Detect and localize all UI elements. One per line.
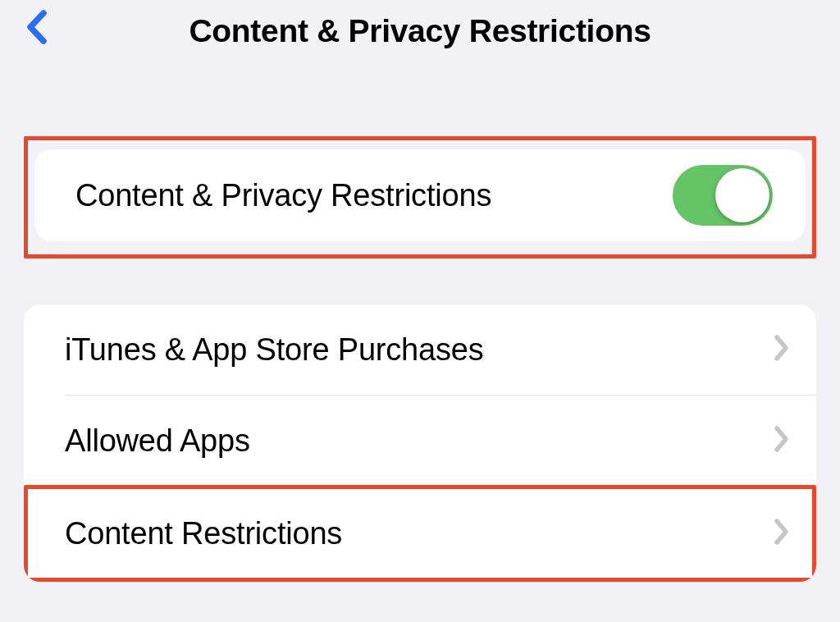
menu-item-label: Allowed Apps <box>65 423 250 459</box>
toggle-label: Content & Privacy Restrictions <box>75 178 491 213</box>
page-title: Content & Privacy Restrictions <box>0 8 840 49</box>
menu-item-label: iTunes & App Store Purchases <box>65 332 484 368</box>
back-button[interactable] <box>20 5 52 49</box>
highlight-annotation-toggle: Content & Privacy Restrictions <box>24 136 816 258</box>
chevron-right-icon <box>774 334 790 365</box>
menu-item-content-restrictions[interactable]: Content Restrictions <box>28 489 812 578</box>
chevron-right-icon <box>774 518 790 549</box>
toggle-card: Content & Privacy Restrictions <box>34 149 806 241</box>
navigation-header: Content & Privacy Restrictions <box>0 0 840 57</box>
content-privacy-toggle-row[interactable]: Content & Privacy Restrictions <box>34 149 806 241</box>
menu-item-label: Content Restrictions <box>65 516 342 551</box>
content-privacy-toggle[interactable] <box>673 165 773 226</box>
chevron-left-icon <box>25 10 48 44</box>
chevron-right-icon <box>774 425 790 456</box>
settings-group: iTunes & App Store Purchases Allowed App… <box>24 304 816 582</box>
highlight-annotation-content-restrictions: Content Restrictions <box>24 485 816 582</box>
settings-content: Content & Privacy Restrictions iTunes & … <box>0 136 840 582</box>
toggle-knob <box>715 168 769 222</box>
menu-item-itunes-appstore[interactable]: iTunes & App Store Purchases <box>24 304 816 395</box>
menu-item-allowed-apps[interactable]: Allowed Apps <box>24 396 816 486</box>
